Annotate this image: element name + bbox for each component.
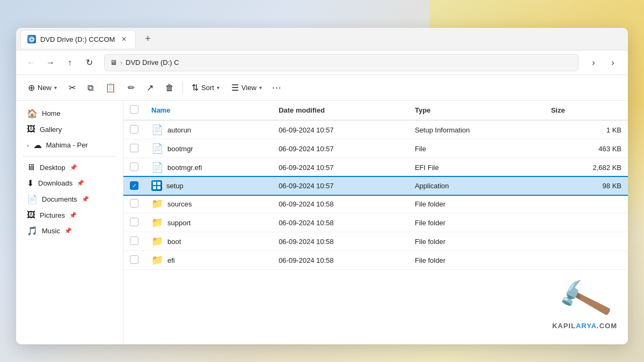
paste-button[interactable]: 📋 bbox=[100, 78, 121, 98]
folder-icon: 📁 bbox=[151, 254, 163, 266]
name-column-header[interactable]: Name bbox=[145, 101, 272, 120]
file-type: File folder bbox=[408, 251, 545, 270]
pictures-icon: 🖼 bbox=[27, 210, 35, 220]
file-checkbox[interactable] bbox=[130, 237, 138, 245]
sidebar-item-desktop[interactable]: 🖥 Desktop 📌 bbox=[18, 160, 121, 175]
title-bar: 💿 DVD Drive (D:) CCCOM ✕ + bbox=[16, 28, 628, 50]
address-bar[interactable]: 🖥 › DVD Drive (D:) C bbox=[104, 54, 579, 71]
table-row[interactable]: 📁sources06-09-2024 10:58File folder bbox=[123, 195, 628, 213]
select-all-checkbox[interactable] bbox=[123, 101, 145, 120]
sidebar-item-pictures[interactable]: 🖼 Pictures 📌 bbox=[18, 208, 121, 223]
refresh-button[interactable]: ↻ bbox=[80, 54, 98, 71]
expand-icon: › bbox=[27, 142, 29, 149]
sidebar-item-label: Pictures bbox=[40, 211, 65, 219]
file-name-cell: 📄autorun bbox=[151, 124, 266, 136]
sidebar-item-label: Documents bbox=[42, 195, 77, 203]
active-tab[interactable]: 💿 DVD Drive (D:) CCCOM ✕ bbox=[20, 30, 136, 48]
view-button[interactable]: ☰ View ▾ bbox=[226, 78, 267, 98]
sidebar-item-label: Downloads bbox=[38, 179, 72, 187]
table-row[interactable]: 📄autorun06-09-2024 10:57Setup Informatio… bbox=[123, 120, 628, 139]
sidebar: 🏠 Home 🖼 Gallery › ☁ Mahima - Per 🖥 Desk… bbox=[16, 101, 123, 344]
file-checkbox[interactable] bbox=[130, 218, 138, 226]
file-size: 98 KB bbox=[545, 177, 628, 195]
file-icon: 📄 bbox=[151, 143, 163, 154]
rename-button[interactable]: ✏ bbox=[122, 78, 140, 98]
table-row[interactable]: 📁boot06-09-2024 10:58File folder bbox=[123, 232, 628, 251]
file-table: Name Date modified Type Size 📄autorun06-… bbox=[123, 101, 628, 270]
new-button[interactable]: ⊕ New ▾ bbox=[23, 78, 62, 98]
size-column-header[interactable]: Size bbox=[545, 101, 628, 120]
table-row[interactable]: 📁efi06-09-2024 10:58File folder bbox=[123, 251, 628, 270]
breadcrumb-forward-button[interactable]: › bbox=[604, 54, 621, 71]
sidebar-item-documents[interactable]: 📄 Documents 📌 bbox=[18, 191, 121, 207]
sidebar-item-downloads[interactable]: ⬇ Downloads 📌 bbox=[18, 175, 121, 191]
tab-close-button[interactable]: ✕ bbox=[119, 34, 129, 44]
home-icon: 🏠 bbox=[27, 108, 38, 119]
svg-rect-0 bbox=[153, 182, 156, 185]
date-modified-column-header[interactable]: Date modified bbox=[272, 101, 408, 120]
file-type: Application bbox=[408, 177, 545, 195]
command-bar: ⊕ New ▾ ✂ ⧉ 📋 ✏ ↗ 🗑 ⇅ Sort ▾ ☰ bbox=[16, 75, 628, 101]
delete-button[interactable]: 🗑 bbox=[160, 78, 179, 98]
file-date-modified: 06-09-2024 10:58 bbox=[272, 232, 408, 251]
address-path: DVD Drive (D:) C bbox=[126, 58, 179, 67]
file-type: File folder bbox=[408, 213, 545, 232]
command-divider bbox=[182, 82, 183, 94]
file-date-modified: 06-09-2024 10:57 bbox=[272, 139, 408, 158]
table-row[interactable]: 📁support06-09-2024 10:58File folder bbox=[123, 213, 628, 232]
file-size: 1 KB bbox=[545, 120, 628, 139]
file-date-modified: 06-09-2024 10:57 bbox=[272, 158, 408, 177]
new-chevron-icon: ▾ bbox=[54, 85, 57, 91]
table-row[interactable]: 📄bootmgr06-09-2024 10:57File463 KB bbox=[123, 139, 628, 158]
forward-button[interactable]: → bbox=[42, 54, 59, 71]
sort-button[interactable]: ⇅ Sort ▾ bbox=[186, 78, 225, 98]
file-checkbox[interactable] bbox=[130, 199, 138, 208]
gallery-icon: 🖼 bbox=[27, 124, 35, 134]
file-date-modified: 06-09-2024 10:58 bbox=[272, 213, 408, 232]
back-button[interactable]: ← bbox=[23, 54, 40, 71]
file-name-cell: 📁support bbox=[151, 217, 266, 228]
computer-icon: 🖥 bbox=[110, 58, 117, 67]
table-row[interactable]: 📄bootmgr.efi06-09-2024 10:57EFI File2,68… bbox=[123, 158, 628, 177]
table-row[interactable]: ✓setup06-09-2024 10:57Application98 KB bbox=[123, 177, 628, 195]
sort-label: Sort bbox=[201, 84, 214, 92]
type-column-header[interactable]: Type bbox=[408, 101, 545, 120]
file-checkbox[interactable]: ✓ bbox=[130, 181, 138, 190]
file-name: support bbox=[167, 219, 191, 227]
app-icon bbox=[151, 180, 162, 191]
cloud-icon: ☁ bbox=[33, 140, 42, 150]
file-icon: 📄 bbox=[151, 124, 163, 136]
file-type: File folder bbox=[408, 232, 545, 251]
up-button[interactable]: ↑ bbox=[61, 54, 78, 71]
downloads-icon: ⬇ bbox=[27, 178, 34, 188]
file-date-modified: 06-09-2024 10:57 bbox=[272, 120, 408, 139]
sidebar-item-label: Desktop bbox=[40, 164, 65, 172]
view-chevron-icon: ▾ bbox=[259, 85, 262, 91]
file-name: boot bbox=[167, 238, 181, 246]
breadcrumb-back-button[interactable]: › bbox=[585, 54, 602, 71]
cut-button[interactable]: ✂ bbox=[63, 78, 81, 98]
delete-icon: 🗑 bbox=[165, 83, 174, 93]
sidebar-item-label: Gallery bbox=[40, 125, 62, 134]
file-name: efi bbox=[167, 256, 175, 264]
file-checkbox[interactable] bbox=[130, 255, 138, 264]
sidebar-item-music[interactable]: 🎵 Music 📌 bbox=[18, 223, 121, 239]
sidebar-item-cloud[interactable]: › ☁ Mahima - Per bbox=[18, 137, 121, 153]
file-checkbox[interactable] bbox=[130, 144, 138, 152]
new-label: New bbox=[38, 84, 52, 92]
main-content: 🏠 Home 🖼 Gallery › ☁ Mahima - Per 🖥 Desk… bbox=[16, 101, 628, 344]
file-name-cell: setup bbox=[151, 180, 266, 191]
file-checkbox[interactable] bbox=[130, 125, 138, 134]
file-name-cell: 📄bootmgr bbox=[151, 143, 266, 154]
rename-icon: ✏ bbox=[128, 83, 135, 93]
file-checkbox[interactable] bbox=[130, 162, 138, 171]
sort-icon: ⇅ bbox=[192, 83, 199, 93]
sidebar-item-gallery[interactable]: 🖼 Gallery bbox=[18, 122, 121, 137]
new-tab-button[interactable]: + bbox=[140, 32, 155, 47]
copy-button[interactable]: ⧉ bbox=[82, 78, 99, 98]
file-size: 463 KB bbox=[545, 139, 628, 158]
share-button[interactable]: ↗ bbox=[141, 78, 159, 98]
more-options-button[interactable]: ··· bbox=[268, 79, 286, 97]
sidebar-item-home[interactable]: 🏠 Home bbox=[18, 106, 121, 121]
pin-icon: 📌 bbox=[70, 164, 77, 171]
